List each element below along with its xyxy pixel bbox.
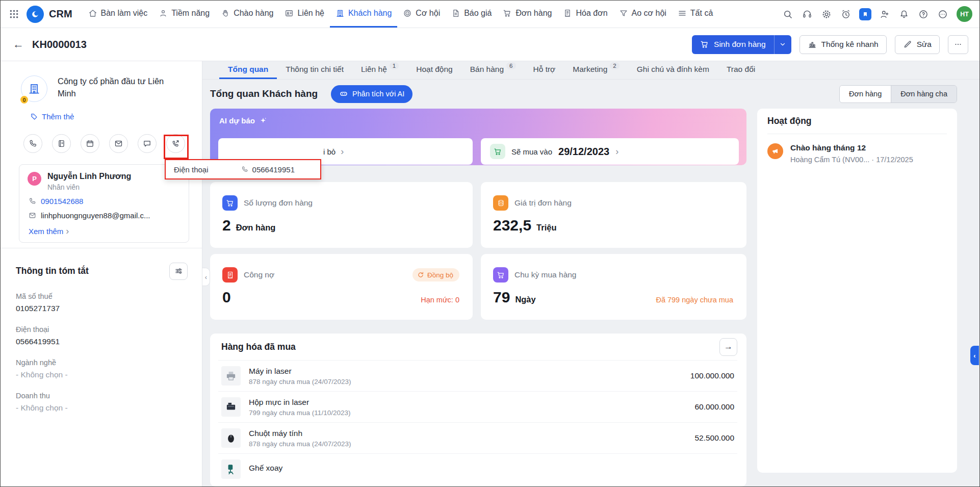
- tab-label: Liên hệ: [361, 65, 387, 74]
- ai-robot-icon: [339, 89, 348, 98]
- stat-header: Công nợ Đồng bộ: [222, 267, 459, 283]
- call-button[interactable]: [23, 134, 42, 153]
- stat-header: Số lượng đơn hàng: [222, 195, 459, 211]
- see-more-link[interactable]: Xem thêm ›: [29, 226, 69, 236]
- toggle-parent-orders[interactable]: Đơn hàng cha: [891, 86, 957, 102]
- product-subtext: 878 ngày chưa mua (24/07/2023): [249, 378, 351, 386]
- tag-icon: [30, 113, 38, 121]
- generate-order-dropdown-button[interactable]: [774, 35, 791, 54]
- phone-icon: [241, 166, 248, 173]
- nav-opportunities[interactable]: Cơ hội: [397, 1, 446, 28]
- customize-fields-button[interactable]: [169, 263, 188, 280]
- quick-stats-button[interactable]: Thống kê nhanh: [800, 35, 887, 54]
- nav-orders[interactable]: Đơn hàng: [497, 1, 557, 28]
- back-button[interactable]: ←: [13, 39, 24, 50]
- sync-debt-button[interactable]: Đồng bộ: [412, 268, 459, 281]
- toggle-orders[interactable]: Đơn hàng: [840, 86, 891, 102]
- nav-quotes[interactable]: Báo giá: [446, 1, 497, 28]
- crm-logo[interactable]: [27, 6, 44, 23]
- ai-next-purchase-card[interactable]: Sẽ mua vào 29/12/2023 ›: [481, 138, 739, 165]
- activity-texts: Chào hàng tháng 12 Hoàng Cẩm Tú (NV00...…: [790, 143, 913, 164]
- stat-value-row: 2 Đơn hàng: [222, 217, 459, 234]
- nav-workspace[interactable]: Bàn làm việc: [83, 1, 153, 28]
- amis-app-button[interactable]: [856, 4, 875, 24]
- top-navigation-bar: CRM Bàn làm việc Tiềm năng Chào hàng Liê…: [1, 1, 979, 28]
- activity-item-title: Chào hàng tháng 12: [790, 143, 913, 152]
- email-button[interactable]: [109, 134, 128, 153]
- nav-all[interactable]: Tất cả: [672, 1, 718, 28]
- edit-button[interactable]: Sửa: [895, 35, 940, 54]
- app-launcher-icon[interactable]: [9, 9, 19, 19]
- nav-leads[interactable]: Tiềm năng: [153, 1, 215, 28]
- generate-order-button[interactable]: Sinh đơn hàng: [692, 35, 774, 54]
- contact-top: P Nguyễn Linh Phương Nhân viên: [28, 172, 180, 191]
- more-apps-button[interactable]: [933, 4, 952, 24]
- chair-thumbnail: [221, 459, 241, 479]
- tab-contacts[interactable]: Liên hệ1: [352, 61, 407, 79]
- phone-number-popover[interactable]: Điện thoại 0566419951: [165, 159, 321, 180]
- company-name: Công ty cổ phần đầu tư Liên Minh: [58, 75, 183, 102]
- contact-phone-link[interactable]: 0901542688: [41, 197, 83, 206]
- activity-panel: Hoạt động Chào hàng tháng 12 Hoàng Cẩm T…: [757, 109, 957, 473]
- notifications-button[interactable]: [894, 4, 914, 24]
- product-subtext: 878 ngày chưa mua (24/07/2023): [249, 440, 351, 448]
- popover-phone-number[interactable]: 0566419951: [241, 165, 295, 174]
- tab-label: Hỗ trợ: [533, 65, 556, 74]
- collapse-sidebar-handle[interactable]: ‹: [202, 268, 210, 286]
- notebook-icon: [57, 139, 66, 148]
- stat-value: 2: [222, 217, 231, 234]
- purchased-header: Hàng hóa đã mua →: [218, 334, 737, 360]
- ai-analyze-button[interactable]: Phân tích với AI: [331, 85, 412, 103]
- product-row[interactable]: Máy in laser 878 ngày chưa mua (24/07/20…: [218, 360, 737, 391]
- bar-chart-icon: [808, 40, 817, 49]
- product-row[interactable]: Hộp mực in laser 799 ngày chưa mua (11/1…: [218, 391, 737, 422]
- tab-notes[interactable]: Ghi chú và đính kèm: [628, 61, 718, 79]
- tab-details[interactable]: Thông tin chi tiết: [277, 61, 352, 79]
- expand-right-panel-handle[interactable]: ‹: [970, 346, 979, 365]
- search-button[interactable]: [778, 4, 797, 24]
- contact-role: Nhân viên: [47, 183, 131, 191]
- stat-purchase-cycle-card: Chu kỳ mua hàng 79 Ngày Đã 799 ngày chưa…: [481, 254, 746, 320]
- green-cart-icon: [490, 144, 505, 159]
- note-button[interactable]: [52, 134, 71, 153]
- chevron-right-icon: ›: [66, 226, 69, 236]
- product-row[interactable]: Chuột máy tính 878 ngày chưa mua (24/07/…: [218, 422, 737, 453]
- mouse-thumbnail: [221, 428, 241, 448]
- nav-invoices[interactable]: Hóa đơn: [557, 1, 613, 28]
- contact-name: Nguyễn Linh Phương: [47, 172, 131, 181]
- nav-contacts[interactable]: Liên hệ: [279, 1, 330, 28]
- tab-support[interactable]: Hỗ trợ: [525, 61, 564, 79]
- document-icon: [451, 9, 460, 18]
- help-button[interactable]: [914, 4, 933, 24]
- nav-customers[interactable]: Khách hàng: [330, 1, 397, 28]
- settings-button[interactable]: [817, 4, 836, 24]
- open-purchased-list-button[interactable]: →: [719, 338, 737, 356]
- more-actions-button[interactable]: [948, 35, 968, 54]
- activity-header: Hoạt động: [767, 109, 947, 134]
- add-tag-link[interactable]: Thêm thẻ: [30, 112, 202, 121]
- tab-marketing[interactable]: Marketing2: [564, 61, 628, 79]
- days-since-purchase-note: Đã 799 ngày chưa mua: [656, 296, 733, 304]
- generate-order-split-button: Sinh đơn hàng: [692, 35, 791, 54]
- invite-user-button[interactable]: [875, 4, 894, 24]
- product-row[interactable]: Ghế xoay: [218, 453, 737, 484]
- topbar-left: CRM: [9, 1, 83, 28]
- tab-sales[interactable]: Bán hàng6: [461, 61, 525, 79]
- brand-name: CRM: [49, 8, 72, 20]
- tab-discussion[interactable]: Trao đổi: [718, 61, 764, 79]
- tab-activity[interactable]: Hoạt động: [407, 61, 461, 79]
- tab-overview[interactable]: Tổng quan: [219, 61, 277, 79]
- schedule-button[interactable]: [81, 134, 99, 153]
- primary-contact-card[interactable]: P Nguyễn Linh Phương Nhân viên 090154268…: [19, 164, 189, 243]
- stat-value: 232,5: [493, 217, 531, 234]
- user-avatar[interactable]: HT: [957, 6, 972, 22]
- sms-button[interactable]: [138, 134, 157, 153]
- reminder-button[interactable]: [836, 4, 856, 24]
- activity-item[interactable]: Chào hàng tháng 12 Hoàng Cẩm Tú (NV00...…: [767, 143, 947, 164]
- support-button[interactable]: [797, 4, 817, 24]
- logo-swirl-icon: [30, 9, 40, 19]
- nav-label: Cơ hội: [416, 9, 440, 18]
- overview-header-row: Tổng quan Khách hàng Phân tích với AI Đơ…: [202, 80, 979, 109]
- nav-sales-call[interactable]: Chào hàng: [215, 1, 279, 28]
- nav-opportunity-pool[interactable]: Ao cơ hội: [613, 1, 672, 28]
